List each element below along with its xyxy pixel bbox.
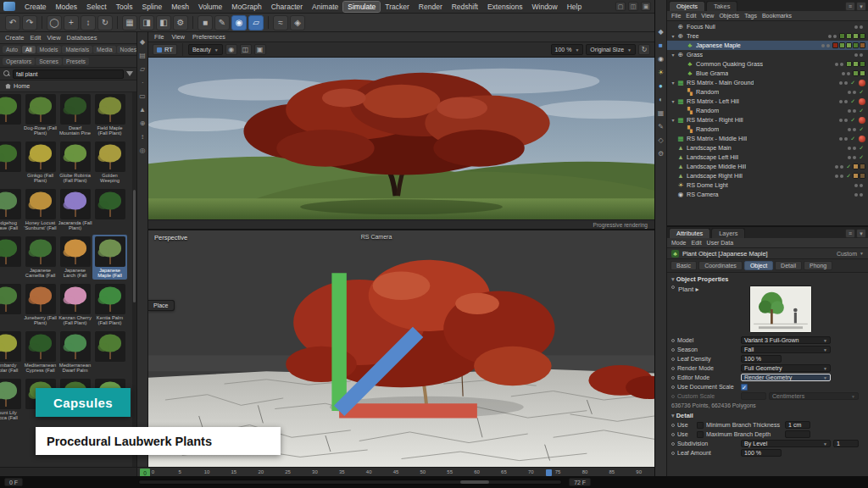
material-tag-icon[interactable] [846,33,852,39]
tree-item-rs-dome-light[interactable]: ☀RS Dome Light [667,180,868,190]
asset-menu-create[interactable]: Create [5,34,25,42]
field-editor-mode-select[interactable]: Render Geometry▼ [741,374,831,381]
field-model-select[interactable]: Variant 3 Full-Grown▼ [741,336,831,344]
render-visibility-dot-icon[interactable] [853,109,856,113]
material-tag-icon[interactable] [853,70,859,76]
tree-item-grass[interactable]: ▾⊕Grass [667,50,868,59]
visibility-dots[interactable] [828,35,837,38]
object-manager-menu-bookmarks[interactable]: Bookmarks [762,13,792,19]
asset-item-globe-robinia-fall-plant[interactable]: Globe Robinia (Fall Plant) [58,140,92,185]
material-tag-icon[interactable] [839,42,845,48]
tree-item-landscape-main[interactable]: ▲Landscape Main✓ [667,143,868,152]
enabled-check-icon[interactable]: ✓ [850,136,855,142]
tree-item-rs-camera[interactable]: ◉RS Camera [667,190,868,199]
editor-visibility-dot-icon[interactable] [835,63,838,66]
section-tab-basic[interactable]: Basic [670,261,697,270]
panel-menu-icon[interactable]: ▾ [856,229,866,238]
material-tag-icon[interactable] [853,173,859,179]
timeline-scroll-handle[interactable] [460,480,489,484]
collapse-icon[interactable]: ▾ [670,33,676,39]
tree-item-rs-matrix-right-hill[interactable]: ▾▦RS Matrix - Right Hill✓ [667,115,868,125]
detail-heading[interactable]: Detail [667,409,868,420]
field-custom-scale-input[interactable] [741,392,766,400]
filter-tab-nodes[interactable]: Nodes [117,46,137,53]
collapse-icon[interactable]: ▾ [670,98,676,104]
editor-visibility-dot-icon[interactable] [839,119,843,122]
material-tag-icon[interactable] [853,42,859,48]
visibility-dots[interactable] [842,72,850,75]
render-visibility-dot-icon[interactable] [840,165,843,169]
visibility-dots[interactable] [835,175,843,178]
visibility-dots[interactable] [854,184,863,187]
filter-tab-materials[interactable]: Materials [62,46,92,53]
anim-dot-icon[interactable] [671,442,675,446]
asset-item-plant-11[interactable] [92,187,127,232]
filter-tab-auto[interactable]: Auto [3,46,21,53]
visibility-dots[interactable] [839,137,848,141]
object-manager-menu-objects[interactable]: Objects [719,13,739,19]
asset-item-ginkgo-fall-plant[interactable]: Ginkgo (Fall Plant) [23,140,58,185]
asset-item-field-maple-fall-plant[interactable]: Field Maple (Fall Plant) [92,92,127,137]
render-view-menu-file[interactable]: File [154,33,164,41]
render-visibility-dot-icon[interactable] [847,72,850,75]
menu-character[interactable]: Character [267,2,307,12]
editor-visibility-dot-icon[interactable] [821,44,825,47]
visibility-dots[interactable] [848,128,856,131]
render-view-menu-preferences[interactable]: Preferences [192,33,225,41]
anim-dot-icon[interactable] [671,348,675,352]
panel-options-icon[interactable]: ≡ [845,2,855,11]
render-visibility-dot-icon[interactable] [833,35,837,38]
visibility-dots[interactable] [848,109,856,113]
scale-tool-icon[interactable]: ↕ [81,15,96,30]
workplane-mode-icon[interactable]: ▱ [138,64,147,73]
live-selection-icon[interactable]: ◯ [47,15,62,30]
tree-item-rs-matrix-main-ground[interactable]: ▾▦RS Matrix - Main Ground✓ [667,78,868,87]
coordinate-system-icon[interactable]: ▦ [122,15,137,30]
render-visibility-dot-icon[interactable] [844,100,848,103]
tree-item-landscape-middle-hill[interactable]: ▲Landscape Middle Hill✓ [667,162,868,171]
anim-dot-icon[interactable] [671,452,675,455]
panel-options-icon[interactable]: ≡ [845,229,855,238]
tree-item-random[interactable]: ▚Random✓ [667,125,868,134]
tree-item-rs-matrix-left-hill[interactable]: ▾▦RS Matrix - Left Hill✓ [667,97,868,106]
visibility-dots[interactable] [854,25,863,29]
asset-item-dog-rose-fall-plant[interactable]: Dog-Rose (Fall Plant) [23,92,58,137]
asset-item-mediterranean-cypress-fall-plant[interactable]: Mediterranean Cypress (Fall Plant) [23,330,58,374]
category-tab-presets[interactable]: Presets [63,58,89,65]
enabled-check-icon[interactable]: ✓ [859,89,864,96]
editor-visibility-dot-icon[interactable] [835,165,838,169]
redshift-material-tag-icon[interactable] [859,136,865,142]
visibility-dots[interactable] [821,44,830,47]
visibility-dots[interactable] [839,119,848,122]
asset-item-plant-16[interactable] [0,282,23,327]
visibility-dots[interactable] [835,63,843,66]
render-visibility-dot-icon[interactable] [860,53,863,57]
asset-item-kentia-palm-fall-plant[interactable]: Kentia Palm (Fall Plant) [92,282,127,327]
render-visibility-dot-icon[interactable] [853,147,856,150]
tab-attributes[interactable]: Attributes [669,228,710,238]
visibility-dots[interactable] [848,156,856,159]
detail-subdivision-select[interactable]: By Level▼ [741,440,831,447]
render-visibility-dot-icon[interactable] [860,193,863,197]
visibility-dots[interactable] [848,91,856,94]
material-tag-icon[interactable] [860,164,865,169]
cube-icon[interactable]: ■ [657,41,665,49]
asset-item-honey-locust-sunburst-fall-plant[interactable]: Honey Locust 'Sunburst' (Fall Plant) [23,187,58,232]
menu-mograph[interactable]: MoGraph [227,2,265,12]
material-tag-icon[interactable] [860,33,865,39]
menu-help[interactable]: Help [563,2,586,12]
start-frame-field[interactable]: 0 F [4,478,23,486]
render-visibility-dot-icon[interactable] [840,175,843,178]
object-manager-menu-edit[interactable]: Edit [686,13,696,19]
menu-simulate[interactable]: Simulate [343,2,380,12]
visibility-dots[interactable] [835,165,843,169]
detail-leaf-amount-input[interactable]: 100 % [741,449,782,457]
brush-icon[interactable]: ✎ [657,122,665,130]
asset-item-mediterranean-dwarf-palm-fall-plant[interactable]: Mediterranean Dwarf Palm (Fall Plant) [58,330,92,374]
render-visibility-dot-icon[interactable] [853,91,856,94]
category-tab-scenes[interactable]: Scenes [36,58,62,65]
asset-item-plant-12[interactable] [0,235,23,280]
material-tag-icon[interactable] [860,42,865,48]
field-leaf-density-input[interactable]: 100 % [741,355,782,363]
snapshot-icon[interactable]: ◉ [225,44,237,55]
